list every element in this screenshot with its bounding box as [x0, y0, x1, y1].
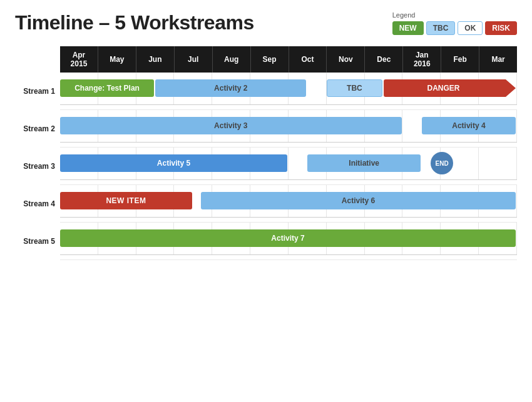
- bg-cell-2-1: [98, 148, 136, 179]
- month-col-10: Feb: [441, 46, 479, 73]
- bg-cell-1-11: [479, 110, 517, 142]
- bg-cell-3-4: [212, 185, 250, 217]
- bg-cell-3-0: [60, 185, 98, 217]
- page-title: Timeline – 5 Workstreams: [15, 11, 254, 34]
- bg-cell-2-4: [212, 148, 250, 179]
- month-col-3: Jul: [175, 46, 213, 73]
- stream-label-2: Stream 3: [15, 148, 60, 185]
- bg-cell-4-3: [174, 223, 212, 254]
- month-col-8: Dec: [365, 46, 403, 73]
- bg-cell-0-4: [212, 73, 250, 104]
- bg-cell-3-3: [174, 185, 212, 217]
- legend-risk: RISK: [485, 21, 517, 35]
- bg-cell-2-2: [136, 148, 175, 179]
- stream-label-4: Stream 5: [15, 223, 60, 260]
- bg-cell-4-9: [402, 223, 441, 254]
- stream-row-2: Activity 5InitiativeEND: [60, 148, 517, 185]
- bg-cell-3-1: [98, 185, 136, 217]
- bg-cell-4-10: [441, 223, 479, 254]
- grid-area: Apr2015MayJunJulAugSepOctNovDecJan2016Fe…: [60, 46, 517, 260]
- bg-cell-1-0: [60, 110, 98, 142]
- bg-cell-2-6: [289, 148, 327, 179]
- bg-cell-4-1: [98, 223, 136, 254]
- bg-cell-4-0: [60, 223, 98, 254]
- bg-cell-0-10: [441, 73, 479, 104]
- bg-cell-1-6: [289, 110, 327, 142]
- bg-cell-3-2: [136, 185, 175, 217]
- bg-cell-0-3: [174, 73, 212, 104]
- bg-cell-4-2: [136, 223, 175, 254]
- bg-cell-1-3: [174, 110, 212, 142]
- stream-label-0: Stream 1: [15, 73, 60, 110]
- bg-cell-1-7: [327, 110, 365, 142]
- bg-cell-4-6: [289, 223, 327, 254]
- bg-cell-2-5: [250, 148, 289, 179]
- bg-cell-2-7: [327, 148, 365, 179]
- legend-tbc: TBC: [426, 21, 456, 35]
- stream-row-4: Activity 7: [60, 223, 517, 260]
- bg-cell-3-6: [289, 185, 327, 217]
- bg-cell-3-5: [250, 185, 289, 217]
- legend-label: Legend: [392, 11, 416, 19]
- legend-ok: OK: [458, 21, 483, 35]
- labels-col: Stream 1Stream 2Stream 3Stream 4Stream 5: [15, 46, 60, 260]
- bg-cell-2-10: [441, 148, 479, 179]
- legend-items: NEW TBC OK RISK: [392, 21, 517, 35]
- month-col-6: Oct: [289, 46, 327, 73]
- bg-cell-0-11: [479, 73, 517, 104]
- bg-cell-1-5: [250, 110, 289, 142]
- month-col-7: Nov: [327, 46, 365, 73]
- stream-row-0: Change: Test PlanActivity 2TBCDANGER: [60, 73, 517, 110]
- bg-cell-2-9: [402, 148, 441, 179]
- stream-row-3: NEW ITEMActivity 6: [60, 185, 517, 223]
- stream-rows: Change: Test PlanActivity 2TBCDANGERActi…: [60, 73, 517, 260]
- bg-cell-3-7: [327, 185, 365, 217]
- bg-cell-1-2: [136, 110, 175, 142]
- months-header: Apr2015MayJunJulAugSepOctNovDecJan2016Fe…: [60, 46, 517, 73]
- bg-cell-0-2: [136, 73, 175, 104]
- bg-cell-0-8: [365, 73, 403, 104]
- bg-cell-0-6: [289, 73, 327, 104]
- stream-row-1: Activity 3Activity 4: [60, 110, 517, 148]
- legend-new: NEW: [392, 21, 424, 35]
- bg-cell-0-0: [60, 73, 98, 104]
- month-col-2: Jun: [136, 46, 175, 73]
- month-col-11: Mar: [479, 46, 517, 73]
- stream-label-3: Stream 4: [15, 185, 60, 223]
- legend: Legend NEW TBC OK RISK: [392, 11, 517, 35]
- bg-cell-4-8: [365, 223, 403, 254]
- bg-cell-1-1: [98, 110, 136, 142]
- bg-cell-3-11: [479, 185, 517, 217]
- bg-cell-4-7: [327, 223, 365, 254]
- month-col-0: Apr2015: [60, 46, 98, 73]
- bg-cell-2-3: [174, 148, 212, 179]
- bg-cell-0-1: [98, 73, 136, 104]
- bg-cell-0-9: [402, 73, 441, 104]
- bg-cell-4-4: [212, 223, 250, 254]
- bg-cell-2-11: [479, 148, 517, 179]
- stream-label-1: Stream 2: [15, 110, 60, 148]
- timeline: Stream 1Stream 2Stream 3Stream 4Stream 5…: [15, 46, 517, 260]
- bg-cell-1-10: [441, 110, 479, 142]
- bg-cell-1-8: [365, 110, 403, 142]
- month-col-9: Jan2016: [403, 46, 441, 73]
- bg-cell-4-5: [250, 223, 289, 254]
- bg-cell-4-11: [479, 223, 517, 254]
- bg-cell-3-8: [365, 185, 403, 217]
- bg-cell-2-8: [365, 148, 403, 179]
- month-col-5: Sep: [251, 46, 289, 73]
- bg-cell-3-9: [402, 185, 441, 217]
- bg-cell-0-7: [327, 73, 365, 104]
- month-col-1: May: [98, 46, 136, 73]
- bg-cell-1-4: [212, 110, 250, 142]
- bg-cell-2-0: [60, 148, 98, 179]
- month-col-4: Aug: [213, 46, 251, 73]
- bg-cell-1-9: [402, 110, 441, 142]
- bg-cell-0-5: [250, 73, 289, 104]
- bg-cell-3-10: [441, 185, 479, 217]
